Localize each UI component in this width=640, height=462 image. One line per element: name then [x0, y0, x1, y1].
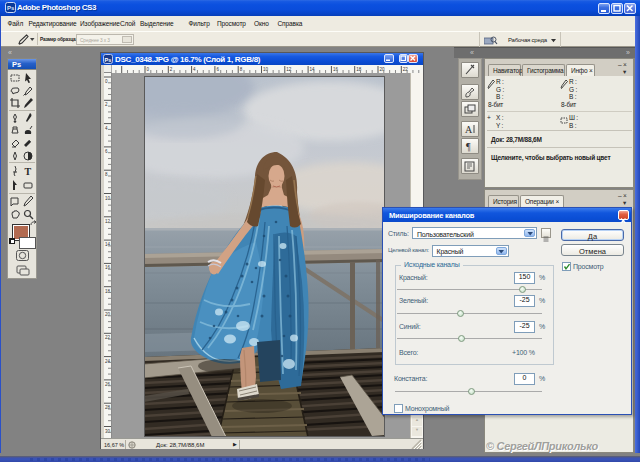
svg-text:Ps: Ps: [7, 5, 15, 11]
svg-text:0: 0: [105, 79, 108, 84]
svg-text:8: 8: [105, 172, 108, 177]
svg-text:6: 6: [216, 67, 219, 72]
svg-text:Ps: Ps: [105, 57, 112, 63]
svg-text:8: 8: [240, 67, 243, 72]
svg-text:2: 2: [170, 67, 173, 72]
svg-text:A: A: [465, 124, 473, 135]
svg-text:4: 4: [193, 67, 196, 72]
svg-text:6: 6: [105, 149, 108, 154]
svg-text:¶: ¶: [466, 141, 471, 152]
svg-text:0: 0: [147, 67, 150, 72]
svg-text:2: 2: [105, 102, 108, 107]
svg-text:T: T: [25, 166, 32, 177]
svg-text:4: 4: [105, 126, 108, 131]
